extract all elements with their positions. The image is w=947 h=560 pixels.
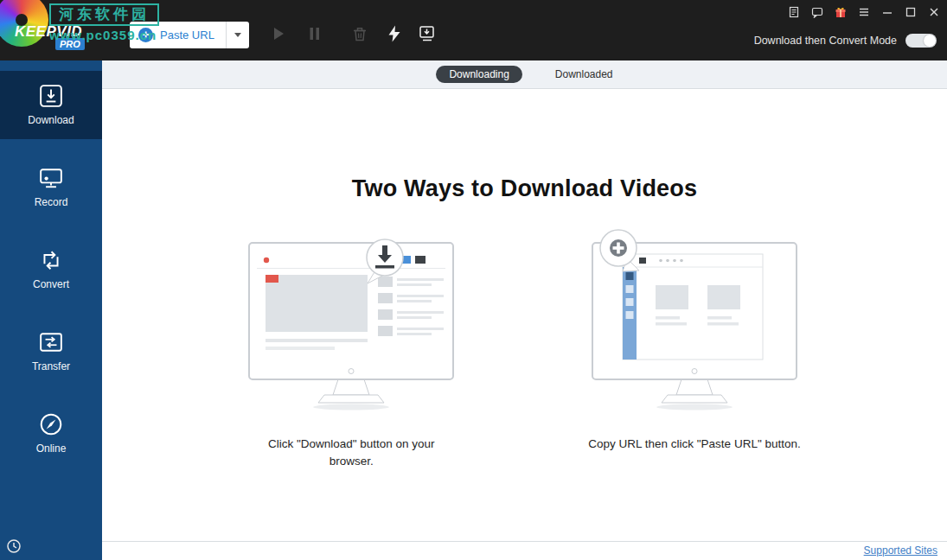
pause-icon [305,24,324,43]
mode-toggle[interactable] [905,34,937,48]
method-paste-url: Copy URL then click "Paste URL" button. [588,242,800,471]
sidebar-label-record: Record [35,196,68,208]
main-panel: Downloading Downloaded Two Ways to Downl… [102,60,947,560]
clock-icon [6,538,22,554]
paste-url-dropdown-button[interactable] [226,22,249,48]
close-button[interactable] [927,5,940,18]
accelerate-button[interactable] [384,23,405,44]
method-browser-download: Click "Download" button on your browser. [248,242,454,471]
download-tabs: Downloading Downloaded [102,60,947,89]
transfer-icon [39,330,63,354]
sidebar-label-convert: Convert [33,278,69,290]
start-download-button[interactable] [268,23,289,44]
minimize-button[interactable] [880,5,893,18]
download-methods: Click "Download" button on your browser. [102,242,947,471]
history-clock-button[interactable] [6,538,22,554]
paste-url-label: Paste URL [160,29,214,41]
play-icon [269,24,288,43]
site-watermark: 河东软件园 www.pc0359.cn [49,3,159,43]
lightning-icon [385,24,404,43]
sidebar-item-convert[interactable]: Convert [0,235,102,303]
pause-download-button[interactable] [304,23,325,44]
gift-button[interactable] [834,5,847,18]
minimize-icon [881,6,893,18]
download-icon [39,84,63,108]
schedule-download-button[interactable] [417,23,438,44]
browser-monitor-illustration [248,242,454,411]
tab-downloading[interactable]: Downloading [436,66,521,83]
footer-bar: Supported Sites [102,541,947,560]
maximize-button[interactable] [904,5,917,18]
method2-caption: Copy URL then click "Paste URL" button. [588,436,800,453]
globe-compass-icon [39,412,63,436]
sidebar-label-download: Download [28,114,74,126]
watermark-line2: www.pc0359.cn [49,28,159,43]
hamburger-icon [858,6,870,18]
speech-bubble-icon [811,6,823,18]
sidebar-label-online: Online [36,442,67,455]
sidebar-label-transfer: Transfer [32,360,70,372]
document-icon [788,6,800,18]
feedback-button[interactable] [810,5,823,18]
schedule-download-icon [417,23,438,44]
trash-icon [350,24,369,43]
maximize-icon [905,6,917,18]
toggle-knob [924,35,936,47]
titlebar: KEEPVID PRO 河东软件园 www.pc0359.cn + Paste … [0,0,947,60]
sidebar-item-record[interactable]: Record [0,153,102,221]
plus-circle-icon [610,239,627,257]
changelog-button[interactable] [787,5,800,18]
gift-icon [835,6,847,18]
close-icon [928,6,940,18]
app-window: KEEPVID PRO 河东软件园 www.pc0359.cn + Paste … [0,0,947,560]
sidebar-item-online[interactable]: Online [0,399,102,468]
sidebar-item-transfer[interactable]: Transfer [0,317,102,385]
chevron-down-icon [234,33,241,37]
convert-icon [39,248,63,272]
record-icon [39,166,63,190]
sidebar: Download Record Convert [0,60,102,560]
mode-label: Download then Convert Mode [754,35,897,47]
delete-task-button[interactable] [349,23,370,44]
watermark-line1: 河东软件园 [49,3,159,26]
mode-group: Download then Convert Mode [754,34,937,48]
tab-downloaded[interactable]: Downloaded [555,68,613,80]
page-title: Two Ways to Download Videos [102,175,947,202]
menu-button[interactable] [857,5,870,18]
supported-sites-link[interactable]: Supported Sites [864,544,937,557]
app-monitor-illustration [592,242,797,411]
method1-caption: Click "Download" button on your browser. [259,436,445,471]
sidebar-item-download[interactable]: Download [0,71,102,139]
window-controls [787,5,940,18]
